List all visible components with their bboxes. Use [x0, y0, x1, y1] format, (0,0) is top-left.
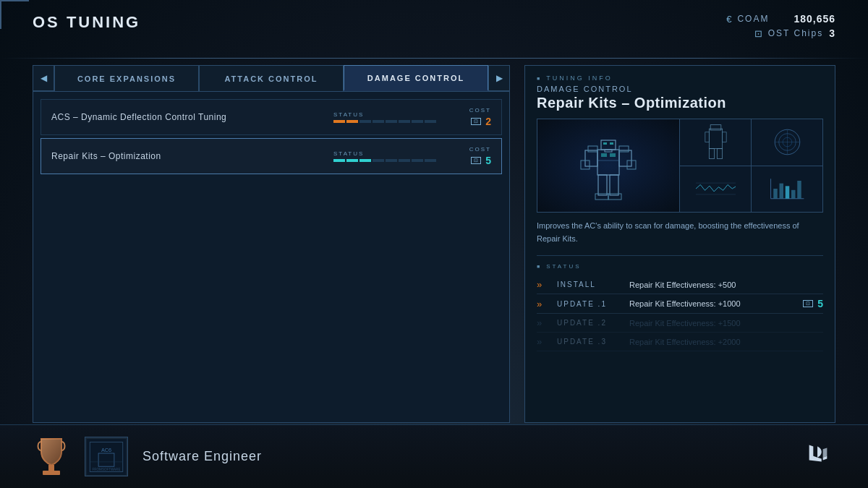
- main-content: ◀ CORE EXPANSIONS ATTACK CONTROL DAMAGE …: [33, 65, 835, 423]
- svg-rect-38: [797, 181, 801, 199]
- item-stats: STATUS COST: [333, 107, 491, 127]
- upgrade-cost-num: 5: [817, 298, 823, 309]
- svg-rect-18: [709, 129, 722, 149]
- list-item[interactable]: ACS – Dynamic Deflection Control Tuning …: [41, 99, 502, 135]
- coam-row: € COAM 180,656: [726, 13, 835, 25]
- left-panel: ◀ CORE EXPANSIONS ATTACK CONTROL DAMAGE …: [33, 65, 510, 423]
- bar-seg: [412, 159, 423, 162]
- bar-seg: [333, 159, 345, 162]
- bar-seg: [412, 120, 423, 123]
- coam-icon: €: [726, 14, 731, 25]
- svg-rect-7: [605, 150, 612, 152]
- mech-preview-right: [680, 119, 822, 212]
- upgrade-arrow-icon: »: [537, 279, 550, 290]
- upgrade-row-update2[interactable]: » UPDATE .2 Repair Kit Effectiveness: +1…: [537, 314, 823, 333]
- status-group: STATUS: [333, 150, 436, 162]
- tab-core-expansions[interactable]: CORE EXPANSIONS: [54, 65, 199, 91]
- game-thumbnail: AC6 FROMSOFTWARE: [85, 437, 128, 476]
- preview-cell-tr: [752, 119, 822, 166]
- bar-seg: [399, 159, 410, 162]
- right-panel: TUNING INFO DAMAGE CONTROL Repair Kits –…: [524, 65, 835, 423]
- header-divider: [0, 58, 868, 59]
- upgrade-cost-group: ⊡ 5: [803, 298, 823, 309]
- svg-rect-37: [791, 190, 796, 199]
- bar-seg: [373, 159, 384, 162]
- item-name: Repair Kits – Optimization: [51, 151, 161, 161]
- cost-group: COST ⊡ 2: [448, 107, 491, 127]
- cost-label: COST: [469, 107, 491, 114]
- tab-attack-control[interactable]: ATTACK CONTROL: [199, 65, 344, 91]
- bar-seg: [359, 120, 371, 123]
- info-category: DAMAGE CONTROL: [537, 85, 823, 93]
- bar-seg: [346, 120, 358, 123]
- page-title: OS TUNING: [33, 13, 140, 32]
- svg-rect-1: [601, 153, 607, 157]
- bar-seg: [425, 120, 436, 123]
- status-section-label: STATUS: [537, 263, 823, 270]
- tab-damage-control[interactable]: DAMAGE CONTROL: [344, 65, 488, 91]
- header: OS TUNING € COAM 180,656 ⊡ OST Chips 3: [33, 13, 835, 39]
- list-item[interactable]: Repair Kits – Optimization STATUS: [41, 138, 502, 174]
- svg-rect-17: [619, 146, 629, 152]
- upgrade-effect: Repair Kit Effectiveness: +500: [629, 281, 823, 289]
- preview-cell-bl: [680, 166, 751, 213]
- upgrade-row-update3[interactable]: » UPDATE .3 Repair Kit Effectiveness: +2…: [537, 333, 823, 351]
- upgrade-name: UPDATE .1: [557, 300, 622, 308]
- svg-rect-16: [588, 146, 597, 152]
- chip-icon: ⊡: [471, 157, 481, 164]
- panel-divider: [537, 255, 823, 256]
- info-description: Improves the AC's ability to scan for da…: [537, 220, 823, 245]
- cost-number: 2: [485, 116, 491, 127]
- corner-decoration-tl: [0, 0, 29, 29]
- tab-next-btn[interactable]: ▶: [488, 65, 510, 91]
- coam-label: COAM: [737, 14, 788, 24]
- svg-rect-8: [585, 150, 597, 166]
- tabs: ◀ CORE EXPANSIONS ATTACK CONTROL DAMAGE …: [33, 65, 510, 91]
- upgrade-name: UPDATE .3: [557, 338, 622, 346]
- svg-rect-15: [608, 194, 621, 200]
- tab-content: ACS – Dynamic Deflection Control Tuning …: [33, 91, 510, 423]
- ost-row: ⊡ OST Chips 3: [754, 27, 835, 39]
- svg-rect-4: [601, 140, 616, 150]
- chip-icon: ⊡: [471, 118, 481, 125]
- stat-bars: [333, 159, 436, 162]
- achievement-name: Software Engineer: [142, 449, 262, 464]
- info-title: Repair Kits – Optimization: [537, 95, 823, 111]
- svg-rect-13: [610, 175, 618, 195]
- cost-group: COST ⊡ 5: [448, 146, 491, 166]
- upgrade-row-update1[interactable]: » UPDATE .1 Repair Kit Effectiveness: +1…: [537, 294, 823, 314]
- upgrade-arrow-icon: »: [537, 299, 550, 309]
- svg-rect-39: [48, 465, 54, 471]
- svg-rect-5: [603, 142, 607, 145]
- bottom-bar: AC6 FROMSOFTWARE Software Engineer: [0, 424, 868, 488]
- stat-bars: [333, 120, 436, 123]
- bar-seg: [386, 159, 397, 162]
- svg-rect-21: [709, 149, 714, 159]
- mech-preview-left: [537, 119, 680, 212]
- svg-rect-20: [722, 132, 726, 142]
- bar-seg: [373, 120, 384, 123]
- svg-rect-2: [610, 153, 616, 157]
- upgrade-effect: Repair Kit Effectiveness: +1500: [629, 319, 823, 328]
- item-name: ACS – Dynamic Deflection Control Tuning: [51, 112, 226, 122]
- status-label: STATUS: [333, 150, 436, 157]
- upgrade-row-install[interactable]: » INSTALL Repair Kit Effectiveness: +500: [537, 275, 823, 294]
- cost-value-row: ⊡ 2: [471, 116, 491, 127]
- svg-rect-19: [705, 132, 709, 142]
- item-stats: STATUS COST: [333, 146, 491, 166]
- cost-value-row: ⊡ 5: [471, 155, 491, 166]
- upgrade-arrow-icon: »: [537, 317, 550, 328]
- svg-rect-0: [597, 150, 619, 175]
- chip-icon: ⊡: [803, 300, 813, 307]
- ost-label: OST Chips: [768, 28, 823, 38]
- svg-rect-23: [710, 125, 721, 130]
- ost-value: 3: [829, 27, 835, 39]
- svg-text:FROMSOFTWARE: FROMSOFTWARE: [93, 467, 121, 471]
- upgrade-effect: Repair Kit Effectiveness: +2000: [629, 338, 823, 346]
- playstation-logo: [801, 440, 835, 474]
- tab-prev-btn[interactable]: ◀: [33, 65, 54, 91]
- bar-seg: [359, 159, 371, 162]
- upgrade-name: UPDATE .2: [557, 319, 622, 327]
- upgrade-effect: Repair Kit Effectiveness: +1000: [629, 299, 796, 308]
- preview-image: [537, 119, 823, 213]
